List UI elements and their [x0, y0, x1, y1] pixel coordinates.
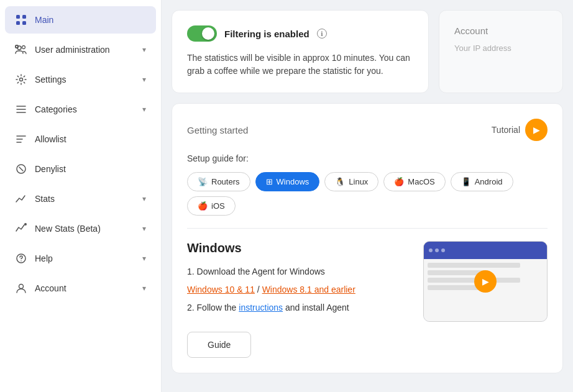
preview-play-button[interactable]: ▶ — [474, 270, 497, 293]
sidebar-item-help[interactable]: Help ▾ — [5, 245, 156, 272]
linux-icon: 🐧 — [335, 177, 345, 186]
setup-tabs: 📡 Routers ⊞ Windows 🐧 Linux 🍎 MacOS 📱 An… — [187, 172, 548, 216]
svg-rect-3 — [22, 21, 26, 25]
windows-screenshot: ▶ — [423, 241, 548, 322]
step-1: 1. Download the Agent for Windows — [187, 265, 408, 278]
sidebar-item-help-label: Help — [35, 253, 135, 263]
sidebar-item-new-stats[interactable]: New Stats (Beta) ▾ — [5, 215, 156, 242]
svg-point-18 — [24, 223, 27, 226]
new-stats-icon — [15, 222, 27, 235]
windows-icon: ⊞ — [266, 177, 273, 186]
svg-rect-2 — [16, 21, 20, 25]
ip-address-label: Your IP address — [454, 43, 548, 53]
preview-inner: ▶ — [424, 242, 547, 321]
tab-routers-label: Routers — [211, 177, 240, 186]
step-1-links: Windows 10 & 11 / Windows 8.1 and earlie… — [187, 283, 408, 296]
svg-rect-0 — [16, 15, 20, 19]
categories-icon — [15, 103, 27, 116]
denylist-icon — [15, 163, 27, 175]
filtering-title: Filtering is enabled — [224, 29, 309, 39]
step-2-suffix: and install Agent — [283, 303, 349, 312]
step-2-prefix: 2. Follow the — [187, 303, 239, 312]
sidebar-item-stats[interactable]: Stats ▾ — [5, 185, 156, 212]
step-1-text: 1. Download the Agent for Windows — [187, 267, 325, 276]
divider — [187, 228, 548, 229]
help-icon — [15, 252, 27, 265]
sidebar-item-account-label: Account — [35, 283, 135, 293]
gear-icon — [15, 73, 27, 86]
step-2: 2. Follow the instructions and install A… — [187, 301, 408, 314]
sidebar-item-user-administration[interactable]: User administration ▾ — [5, 36, 156, 63]
filtering-card: Filtering is enabled ℹ The statistics wi… — [172, 10, 429, 93]
preview-dot-2 — [435, 248, 439, 252]
play-icon[interactable]: ▶ — [525, 119, 548, 141]
allowlist-icon — [15, 133, 27, 145]
ios-icon: 🍎 — [198, 201, 208, 211]
sidebar-item-settings[interactable]: Settings ▾ — [5, 66, 156, 93]
svg-line-17 — [19, 167, 23, 171]
svg-point-21 — [19, 285, 24, 289]
tab-linux-label: Linux — [349, 177, 368, 186]
sidebar-item-allowlist[interactable]: Allowlist — [5, 125, 156, 153]
sidebar-item-main[interactable]: Main — [5, 6, 156, 34]
tab-macos-label: MacOS — [408, 177, 434, 186]
chevron-down-icon: ▾ — [142, 284, 146, 293]
tutorial-button[interactable]: Tutorial ▶ — [492, 119, 548, 141]
account-icon — [15, 282, 27, 294]
getting-started-header: Getting started Tutorial ▶ — [187, 119, 548, 141]
filtering-toggle[interactable] — [187, 25, 217, 42]
windows-title: Windows — [187, 241, 408, 255]
tab-routers[interactable]: 📡 Routers — [187, 172, 250, 191]
android-icon: 📱 — [461, 177, 471, 186]
preview-row-1 — [428, 263, 520, 268]
sidebar-item-main-label: Main — [35, 15, 146, 25]
tab-macos[interactable]: 🍎 MacOS — [383, 172, 445, 191]
filtering-description: The statistics will be visible in approx… — [187, 52, 413, 78]
grid-icon — [15, 14, 27, 26]
filtering-header: Filtering is enabled ℹ — [187, 25, 413, 42]
getting-started-title: Getting started — [187, 125, 248, 135]
stats-icon — [15, 193, 27, 205]
instructions-link[interactable]: instructions — [239, 303, 283, 312]
users-icon — [15, 43, 27, 56]
sidebar-item-denylist[interactable]: Denylist — [5, 155, 156, 183]
chevron-down-icon: ▾ — [142, 75, 146, 84]
chevron-down-icon: ▾ — [142, 194, 146, 203]
tab-android[interactable]: 📱 Android — [451, 172, 513, 191]
getting-started-card: Getting started Tutorial ▶ Setup guide f… — [172, 103, 563, 373]
windows-8-link[interactable]: Windows 8.1 and earlier — [262, 285, 355, 294]
sidebar-item-new-stats-label: New Stats (Beta) — [35, 224, 135, 234]
sidebar-item-allowlist-label: Allowlist — [35, 134, 146, 144]
sidebar-item-user-admin-label: User administration — [35, 45, 135, 55]
tab-ios-label: iOS — [211, 201, 225, 211]
sidebar-item-categories-label: Categories — [35, 104, 135, 114]
chevron-down-icon: ▾ — [142, 45, 146, 54]
tab-windows-label: Windows — [277, 177, 309, 186]
account-card-title: Account — [454, 25, 548, 36]
tab-ios[interactable]: 🍎 iOS — [187, 196, 236, 216]
macos-icon: 🍎 — [394, 177, 404, 186]
chevron-down-icon: ▾ — [142, 254, 146, 263]
main-content: Filtering is enabled ℹ The statistics wi… — [162, 0, 573, 392]
tutorial-label: Tutorial — [492, 125, 520, 135]
chevron-down-icon: ▾ — [142, 224, 146, 233]
svg-point-7 — [22, 46, 25, 49]
chevron-down-icon: ▾ — [142, 105, 146, 114]
tab-linux[interactable]: 🐧 Linux — [324, 172, 378, 191]
account-card: Account Your IP address — [439, 10, 563, 93]
top-row: Filtering is enabled ℹ The statistics wi… — [172, 10, 563, 93]
preview-dot-3 — [441, 248, 445, 252]
guide-button[interactable]: Guide — [187, 332, 251, 358]
windows-10-link[interactable]: Windows 10 & 11 — [187, 285, 255, 294]
svg-rect-1 — [22, 15, 26, 19]
tab-android-label: Android — [475, 177, 503, 186]
link-separator: / — [257, 285, 262, 294]
setup-guide-label: Setup guide for: — [187, 153, 548, 163]
sidebar-item-account[interactable]: Account ▾ — [5, 275, 156, 302]
routers-icon: 📡 — [198, 177, 208, 186]
info-icon[interactable]: ℹ — [317, 29, 327, 39]
sidebar-item-settings-label: Settings — [35, 75, 135, 84]
windows-instructions: Windows 1. Download the Agent for Window… — [187, 241, 408, 358]
sidebar-item-categories[interactable]: Categories ▾ — [5, 96, 156, 123]
tab-windows[interactable]: ⊞ Windows — [255, 172, 320, 191]
